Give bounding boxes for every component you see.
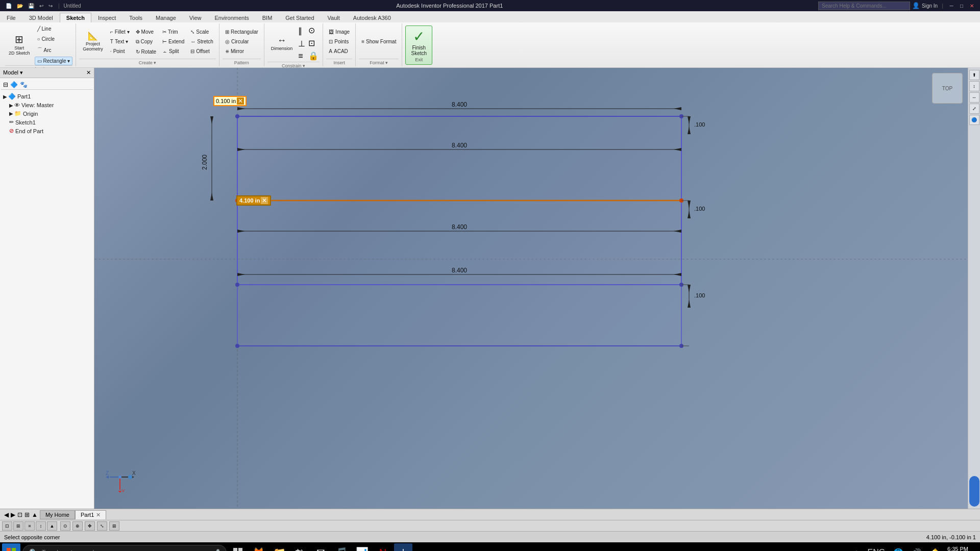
minimize-btn[interactable]: ─ — [947, 2, 955, 10]
acad-btn[interactable]: A ACAD — [326, 47, 352, 56]
bottom-btn-3[interactable]: ≡ — [24, 521, 35, 531]
system-clock[interactable]: 6:35 PM 2/6/2018 — [946, 545, 968, 551]
rectangle-btn[interactable]: ▭ Rectangle ▾ — [35, 57, 73, 65]
tree-item-sketch1[interactable]: ✏ Sketch1 — [1, 118, 93, 127]
start-2d-sketch-btn[interactable]: ⊞ Start2D Sketch — [5, 32, 34, 58]
dimension-btn[interactable]: ↔ Dimension — [267, 34, 297, 53]
taskbar-bar[interactable]: 📊 — [353, 543, 372, 551]
mirror-btn[interactable]: ⧺ Mirror — [223, 47, 261, 56]
offset-btn[interactable]: ⊟ Offset — [188, 47, 216, 56]
stretch-btn[interactable]: ↔ Stretch — [188, 37, 216, 46]
dim-input-top[interactable]: 0.100 in ✕ — [213, 96, 247, 106]
start-btn[interactable] — [2, 543, 20, 551]
view-cube[interactable]: TOP — [932, 73, 963, 104]
taskbar-firefox[interactable]: 🦊 — [249, 543, 268, 551]
tab-tools[interactable]: Tools — [122, 13, 149, 22]
right-tool-3[interactable]: ↔ — [969, 92, 979, 103]
tab-bim[interactable]: BIM — [256, 13, 279, 22]
bottom-btn-8[interactable]: ✥ — [85, 521, 95, 531]
point-btn[interactable]: · Point — [108, 47, 132, 56]
bottom-btn-9[interactable]: ⤡ — [97, 521, 107, 531]
bottom-btn-2[interactable]: ⊞ — [13, 521, 23, 531]
nav-btn-layout[interactable]: ⊡ — [17, 511, 22, 518]
model-tree-title[interactable]: Model ▾ — [3, 69, 23, 76]
fillet-btn[interactable]: ⌐ Fillet ▾ — [108, 28, 132, 36]
quick-access-save[interactable]: 💾 — [27, 3, 36, 9]
rotate-btn[interactable]: ↻ Rotate — [133, 47, 159, 56]
tab-3dmodel[interactable]: 3D Model — [22, 13, 60, 22]
bottom-btn-5[interactable]: ▲ — [47, 521, 57, 531]
tab-manage[interactable]: Manage — [149, 13, 183, 22]
extend-btn[interactable]: ⊢ Extend — [160, 37, 187, 46]
view-cube-3d[interactable] — [969, 476, 979, 507]
taskbar-notification[interactable]: 🔔 — [928, 548, 942, 552]
constraint-icon-1[interactable]: ∥ — [297, 25, 306, 37]
scale-btn[interactable]: ⤡ Scale — [188, 28, 216, 36]
tree-model-icon[interactable]: 🐾 — [20, 81, 28, 88]
dim-close-btn-1[interactable]: ✕ — [237, 97, 244, 105]
maximize-btn[interactable]: □ — [958, 2, 966, 10]
taskbar-network[interactable]: 🌐 — [891, 548, 905, 552]
taskbar-spotify[interactable]: 🎵 — [332, 543, 351, 551]
dim-close-btn-2[interactable]: ✕ — [261, 197, 268, 204]
sign-in-btn[interactable]: Sign In — [922, 3, 938, 9]
circle-btn[interactable]: ○ Circle — [35, 35, 73, 43]
model-tree-close[interactable]: ✕ — [86, 69, 91, 76]
taskbar-sound[interactable]: 🔊 — [910, 548, 924, 552]
taskbar-mail[interactable]: ✉ — [311, 543, 330, 551]
arc-btn[interactable]: ⌒ Arc — [35, 45, 73, 55]
right-tool-4[interactable]: ⤢ — [969, 104, 979, 114]
right-tool-1[interactable]: ⬆ — [969, 70, 979, 80]
taskbar-store[interactable]: 🛍 — [291, 543, 309, 551]
tab-sketch[interactable]: Sketch — [60, 13, 91, 22]
quick-access-open[interactable]: 📂 — [15, 3, 24, 9]
tab-vault[interactable]: Vault — [321, 13, 347, 22]
constraint-icon-4[interactable]: ⊙ — [307, 24, 320, 36]
constraint-icon-3[interactable]: ≡ — [297, 51, 306, 62]
bottom-btn-6[interactable]: ⊙ — [60, 521, 70, 531]
tab-view[interactable]: View — [183, 13, 208, 22]
nav-btn-fwd[interactable]: ▶ — [11, 511, 15, 518]
taskbar-search[interactable]: 🔍 Type here to search 🎤 — [22, 545, 227, 551]
taskbar-task-view[interactable] — [229, 543, 247, 551]
close-btn[interactable]: ✕ — [968, 2, 976, 10]
bottom-btn-4[interactable]: ↕ — [36, 521, 46, 531]
voice-search-icon[interactable]: 🎤 — [212, 549, 220, 551]
tree-item-end-of-part[interactable]: ⊘ End of Part — [1, 127, 93, 135]
tree-filter-icon[interactable]: ⊟ — [3, 81, 8, 88]
taskbar-file-explorer[interactable]: 📁 — [270, 543, 289, 551]
line-btn[interactable]: ╱ Line — [35, 24, 73, 33]
constraint-icon-2[interactable]: ⊥ — [297, 38, 306, 49]
constraint-icon-5[interactable]: ⊡ — [307, 37, 320, 49]
trim-btn[interactable]: ✂ Trim — [160, 28, 187, 36]
tree-expand-icon[interactable]: 🔷 — [10, 81, 18, 88]
tab-file[interactable]: File — [0, 13, 22, 22]
tab-part1-close[interactable]: ✕ — [96, 512, 101, 518]
copy-btn[interactable]: ⧉ Copy — [133, 37, 159, 46]
text-btn[interactable]: T Text ▾ — [108, 37, 132, 46]
circular-pattern-btn[interactable]: ◎ Circular — [223, 37, 261, 46]
bottom-btn-7[interactable]: ⊕ — [72, 521, 83, 531]
rectangular-btn[interactable]: ⊞ Rectangular — [223, 28, 261, 36]
tab-part1[interactable]: Part1 ✕ — [75, 510, 106, 519]
nav-btn-back[interactable]: ◀ — [4, 511, 9, 518]
canvas-area[interactable]: 8.400 8.400 8.400 8.400 2.000 — [94, 68, 968, 509]
show-format-btn[interactable]: ≡ Show Format — [359, 37, 399, 46]
tab-my-home[interactable]: My Home — [40, 510, 75, 519]
dim-input-highlighted[interactable]: 4.100 in ✕ — [236, 195, 271, 206]
taskbar-language[interactable]: ENG — [866, 548, 888, 551]
constraint-icon-6[interactable]: 🔒 — [307, 50, 320, 62]
quick-access-undo[interactable]: ↩ — [38, 3, 45, 9]
nav-btn-up[interactable]: ▲ — [32, 511, 38, 518]
points-btn[interactable]: ⊡ Points — [326, 37, 352, 46]
quick-access-new[interactable]: 📄 — [4, 3, 13, 9]
tab-a360[interactable]: Autodesk A360 — [347, 13, 398, 22]
project-geometry-btn[interactable]: 📐 ProjectGeometry — [79, 30, 107, 54]
tree-item-view-master[interactable]: ▶ 👁 View: Master — [1, 101, 93, 109]
taskbar-inventor[interactable]: I — [394, 543, 412, 551]
search-help-input[interactable] — [818, 2, 910, 10]
bottom-btn-1[interactable]: ⊡ — [2, 521, 12, 531]
tree-item-part1[interactable]: ▶ 🔷 Part1 — [1, 92, 93, 101]
right-tool-5[interactable]: 🔵 — [969, 115, 979, 125]
tree-item-origin[interactable]: ▶ 📁 Origin — [1, 109, 93, 118]
